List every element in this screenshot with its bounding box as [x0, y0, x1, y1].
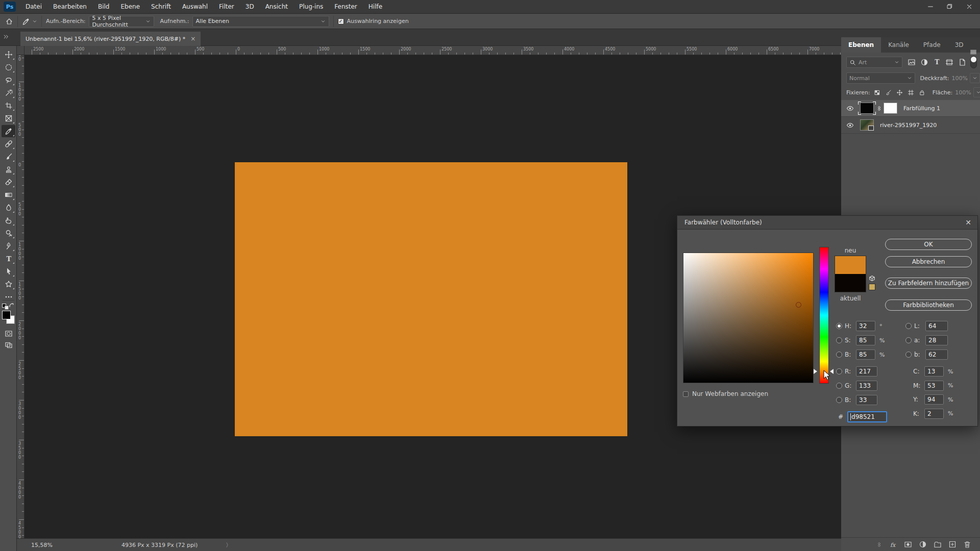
eyedropper-tool[interactable]	[2, 125, 15, 137]
dialog-title-bar[interactable]: Farbwähler (Volltonfarbe) ✕	[677, 216, 977, 230]
dodge-tool[interactable]	[2, 227, 15, 239]
tab-ebenen[interactable]: Ebenen	[841, 37, 881, 53]
hsb-s-input[interactable]: 85	[856, 335, 875, 345]
layer-mask-thumbnail[interactable]	[884, 103, 897, 114]
menu-item-3d[interactable]: 3D	[240, 0, 260, 14]
fill-dropdown[interactable]	[973, 87, 980, 97]
rgb-g-input[interactable]: 133	[856, 381, 877, 391]
horizontal-ruler[interactable]: 2500200015001000500050010001500200025003…	[24, 46, 841, 55]
document-tab[interactable]: Unbenannt-1 bei 15,6% (river-2951997_192…	[20, 32, 201, 46]
document-artboard[interactable]	[235, 162, 627, 436]
cmyk-m-input[interactable]: 53	[924, 381, 944, 391]
add-to-swatches-button[interactable]: Zu Farbfeldern hinzufügen	[885, 278, 972, 289]
cmyk-c-input[interactable]: 13	[924, 366, 944, 377]
tab-3d[interactable]: 3D	[948, 37, 971, 53]
artboard-icon[interactable]	[908, 89, 914, 96]
crop-tool[interactable]	[2, 99, 15, 112]
close-icon[interactable]	[966, 3, 974, 11]
layer-name[interactable]: river-2951997_1920	[880, 122, 937, 129]
menu-item-bearbeiten[interactable]: Bearbeiten	[47, 0, 92, 14]
web-gamut-warning-icon[interactable]	[868, 275, 876, 283]
filter-toggle[interactable]	[970, 56, 977, 68]
lock-icon[interactable]	[919, 89, 925, 96]
frame-icon[interactable]	[945, 58, 953, 66]
cmyk-y-input[interactable]: 94	[924, 394, 944, 405]
quickmask-icon[interactable]	[2, 328, 15, 340]
saturation-brightness-field[interactable]	[683, 253, 814, 383]
fill-layer-thumbnail[interactable]	[860, 103, 874, 114]
folder-icon[interactable]	[934, 540, 942, 548]
lab-b-input[interactable]: 62	[925, 349, 948, 360]
show-ring-checkbox[interactable]: ✓	[338, 18, 344, 24]
type-tool[interactable]: T	[2, 253, 15, 265]
hue-slider-marker-left[interactable]	[814, 369, 817, 374]
pen-tool[interactable]	[2, 240, 15, 252]
magic-wand-tool[interactable]	[2, 87, 15, 99]
current-color-swatch[interactable]	[835, 274, 866, 292]
layer-name[interactable]: Farbfüllung 1	[903, 105, 940, 112]
panel-menu-icon[interactable]	[970, 48, 977, 56]
image-icon[interactable]	[908, 58, 916, 66]
tab-pfade[interactable]: Pfade	[916, 37, 948, 53]
brush-small-icon[interactable]	[885, 89, 892, 96]
shape-tool[interactable]	[2, 278, 15, 290]
chevron-down-icon[interactable]	[32, 19, 37, 24]
ellipsis-icon[interactable]	[2, 291, 15, 303]
opacity-dropdown[interactable]	[970, 73, 980, 83]
mask-icon[interactable]	[904, 540, 912, 548]
web-safe-color-chip[interactable]	[869, 284, 875, 290]
rgb-b-radio[interactable]	[836, 397, 842, 403]
collapse-toolbar-icon[interactable]	[3, 34, 9, 40]
clone-stamp-tool[interactable]	[2, 163, 15, 176]
opacity-value[interactable]: 100%	[952, 75, 968, 82]
ellipse-marquee-tool[interactable]	[2, 61, 15, 73]
lab-l-radio[interactable]	[905, 323, 912, 329]
layer-row[interactable]: river-2951997_1920	[841, 117, 980, 134]
rgb-g-radio[interactable]	[836, 383, 842, 389]
menu-item-fenster[interactable]: Fenster	[329, 0, 363, 14]
new-layer-icon[interactable]	[948, 540, 957, 548]
lasso-tool[interactable]	[2, 74, 15, 86]
healing-brush-tool[interactable]	[2, 138, 15, 150]
eraser-tool[interactable]	[2, 176, 15, 188]
color-libraries-button[interactable]: Farbbibliotheken	[885, 299, 972, 311]
sample-size-select[interactable]: 5 x 5 Pixel Durchschnitt	[89, 16, 154, 27]
menu-item-bild[interactable]: Bild	[92, 0, 115, 14]
rgb-r-radio[interactable]	[836, 368, 842, 374]
layer-visibility-eye-icon[interactable]	[846, 121, 854, 129]
layer-filter-select[interactable]: Art	[846, 57, 902, 68]
home-icon[interactable]	[5, 17, 13, 26]
smartobject-icon[interactable]	[958, 58, 966, 66]
hsb-s-radio[interactable]	[836, 337, 842, 343]
close-tab-icon[interactable]: ×	[190, 35, 195, 42]
status-chevron-icon[interactable]: 〉	[226, 541, 231, 549]
cmyk-k-input[interactable]: 2	[924, 409, 944, 419]
color-field-marker[interactable]	[796, 302, 801, 308]
default-colors-icon[interactable]	[2, 303, 14, 310]
blend-mode-select[interactable]: Normal	[846, 72, 915, 84]
minimize-icon[interactable]	[927, 3, 935, 11]
ok-button[interactable]: OK	[885, 239, 972, 250]
gradient-tool[interactable]	[2, 189, 15, 201]
lab-a-input[interactable]: 28	[925, 335, 948, 345]
path-select-tool[interactable]	[2, 265, 15, 278]
web-colors-checkbox[interactable]	[683, 391, 689, 397]
tab-kanle[interactable]: Kanäle	[881, 37, 916, 53]
menu-item-datei[interactable]: Datei	[20, 0, 47, 14]
menu-item-schrift[interactable]: Schrift	[145, 0, 177, 14]
menu-item-hilfe[interactable]: Hilfe	[363, 0, 388, 14]
smudge-tool[interactable]	[2, 214, 15, 227]
layer-row[interactable]: Farbfüllung 1	[841, 100, 980, 117]
link-icon[interactable]	[876, 541, 883, 548]
foreground-background-swatches[interactable]	[2, 311, 16, 325]
blur-tool[interactable]	[2, 202, 15, 214]
type-icon[interactable]: T	[933, 58, 941, 66]
sample-layers-select[interactable]: Alle Ebenen	[192, 16, 329, 27]
trash-icon[interactable]	[963, 540, 971, 548]
lab-l-input[interactable]: 64	[925, 321, 948, 331]
screenmode-icon[interactable]	[2, 339, 15, 351]
hsb-h-radio[interactable]	[836, 323, 842, 329]
hue-slider[interactable]	[819, 247, 829, 384]
zoom-level[interactable]: 15,58%	[31, 542, 53, 548]
eyedropper-preset-icon[interactable]	[22, 17, 30, 26]
